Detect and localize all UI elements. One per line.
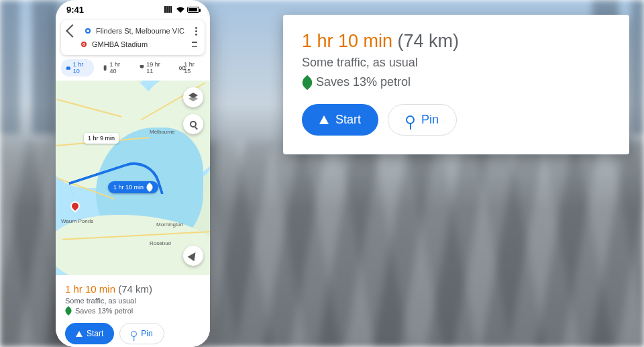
traffic-status: Some traffic, as usual <box>302 56 610 70</box>
start-button[interactable]: Start <box>65 323 114 344</box>
navigation-icon <box>319 115 329 124</box>
mode-bike[interactable]: 1 hr 15 <box>174 59 205 77</box>
swap-icon[interactable] <box>190 40 199 49</box>
route-duration-badge[interactable]: 1 hr 10 min <box>108 181 158 193</box>
destination-pin-icon <box>81 42 87 47</box>
destination-field[interactable]: GMHBA Stadium <box>92 40 184 48</box>
city-label: Mornington <box>156 221 183 228</box>
back-icon[interactable] <box>66 24 79 38</box>
leaf-icon <box>64 306 73 315</box>
directions-card: Flinders St, Melbourne VIC GMHBA Stadium <box>61 20 205 55</box>
walk-icon <box>140 65 145 71</box>
traffic-status: Some traffic, as usual <box>65 297 201 305</box>
city-label: Waurn Ponds <box>61 218 93 224</box>
route-summary-card[interactable]: 1 hr 10 min (74 km) Some traffic, as usu… <box>56 275 210 347</box>
layers-icon <box>189 93 198 102</box>
start-button[interactable]: Start <box>302 104 378 136</box>
recenter-button[interactable] <box>183 246 203 266</box>
eco-row: Saves 13% petrol <box>65 307 201 315</box>
signal-icon <box>164 6 174 13</box>
navigation-arrow-icon <box>188 250 199 262</box>
car-icon <box>66 65 71 71</box>
city-label: Melbourne <box>150 129 175 135</box>
pin-icon <box>131 331 137 337</box>
route-time-line: 1 hr 10 min (74 km) <box>65 283 201 295</box>
city-label: Rosebud <box>150 240 171 246</box>
layers-button[interactable] <box>183 87 203 107</box>
pin-icon <box>406 115 415 124</box>
mode-walk[interactable]: 19 hr 11 <box>135 59 170 77</box>
route-duration: 1 hr 10 min <box>65 283 115 295</box>
bike-icon <box>179 66 182 70</box>
origin-field[interactable]: Flinders St, Melbourne VIC <box>96 27 188 35</box>
travel-mode-row: 1 hr 10 1 hr 40 19 hr 11 1 hr 15 <box>56 59 210 81</box>
navigation-icon <box>76 331 83 337</box>
pin-button[interactable]: Pin <box>119 323 164 344</box>
more-options-icon[interactable] <box>193 27 199 36</box>
route-time-line: 1 hr 10 min (74 km) <box>302 31 610 52</box>
mode-car[interactable]: 1 hr 10 <box>61 59 94 77</box>
status-bar: 9:41 <box>56 0 210 19</box>
search-icon <box>190 121 197 128</box>
transit-icon <box>103 65 108 71</box>
route-summary-card-large: 1 hr 10 min (74 km) Some traffic, as usu… <box>283 15 629 154</box>
pin-button[interactable]: Pin <box>388 104 457 136</box>
leaf-icon <box>300 75 315 90</box>
origin-dot-icon <box>85 28 91 34</box>
battery-icon <box>187 7 199 13</box>
alt-route-tooltip[interactable]: 1 hr 9 min <box>84 133 119 144</box>
eco-row: Saves 13% petrol <box>302 75 610 89</box>
route-duration: 1 hr 10 min <box>302 31 392 51</box>
map-search-button[interactable] <box>183 114 203 134</box>
eco-text: Saves 13% petrol <box>75 307 133 315</box>
route-distance: (74 km) <box>118 283 152 295</box>
mode-transit[interactable]: 1 hr 40 <box>98 59 131 77</box>
eco-text: Saves 13% petrol <box>316 75 411 89</box>
status-time: 9:41 <box>66 5 84 15</box>
phone-mockup: 9:41 Flinders St, Melbourne VIC GMHBA St… <box>56 0 210 347</box>
wifi-icon <box>176 6 185 13</box>
leaf-icon <box>145 183 154 192</box>
map-canvas[interactable]: 1 hr 9 min 1 hr 10 min Melbourne Waurn P… <box>56 81 210 275</box>
route-distance: (74 km) <box>398 31 460 51</box>
